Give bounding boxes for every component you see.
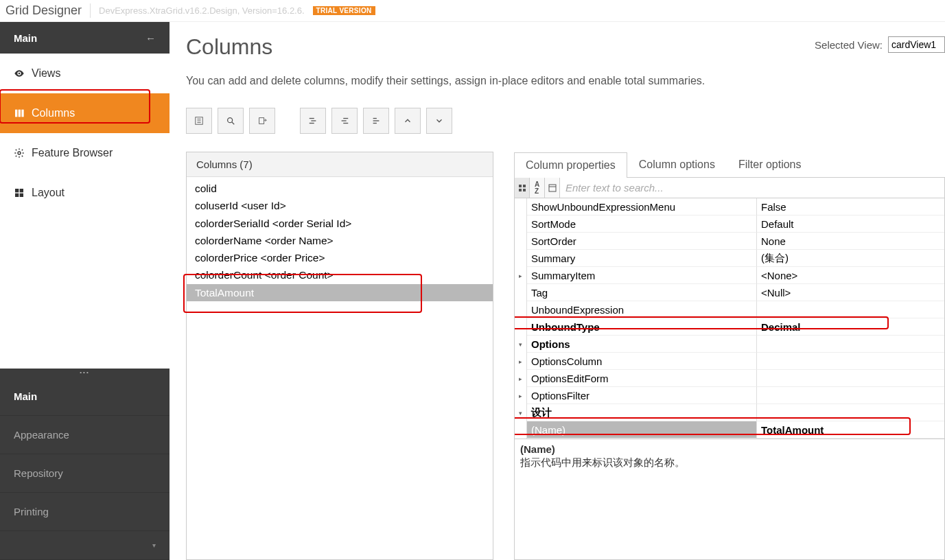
property-row[interactable]: ▾Options <box>515 336 944 353</box>
property-name: (Name) <box>527 421 757 439</box>
gutter <box>515 284 527 301</box>
column-row[interactable]: coluserId <user Id> <box>187 197 493 214</box>
sidebar-tab-expand[interactable]: ▾ <box>0 531 170 560</box>
property-name: OptionsEditForm <box>527 370 757 387</box>
add-column-button[interactable] <box>186 108 212 134</box>
property-value[interactable] <box>757 336 944 353</box>
sidebar-divider[interactable]: ••• <box>0 369 170 377</box>
gutter <box>515 301 527 318</box>
gutter <box>515 233 527 250</box>
version-text: DevExpress.XtraGrid.v16.2.Design, Versio… <box>91 5 305 16</box>
property-search-input[interactable] <box>560 178 944 198</box>
column-row[interactable]: colorderName <order Name> <box>187 232 493 249</box>
column-row[interactable]: colid <box>187 180 493 197</box>
sidebar-item-label: Views <box>32 67 60 80</box>
tab-column-options[interactable]: Column options <box>627 152 727 177</box>
indent-left-button[interactable] <box>300 108 326 134</box>
reorder-button[interactable] <box>363 108 389 134</box>
column-row[interactable]: colorderCount <order Count> <box>187 266 493 283</box>
expand-icon[interactable]: ▸ <box>515 387 527 404</box>
property-row[interactable]: ▸OptionsFilter <box>515 387 944 404</box>
categorized-view-button[interactable] <box>515 178 530 198</box>
property-row[interactable]: UnboundTypeDecimal <box>515 318 944 336</box>
move-down-button[interactable] <box>426 108 452 134</box>
property-value[interactable]: False <box>757 198 944 215</box>
sidebar-item-views[interactable]: Views <box>0 54 170 93</box>
svg-rect-27 <box>519 189 522 191</box>
selected-view-input[interactable] <box>888 36 945 53</box>
svg-point-0 <box>19 73 21 75</box>
property-value[interactable] <box>757 370 944 387</box>
property-value[interactable]: (集合) <box>757 250 944 267</box>
expand-icon[interactable]: ▸ <box>515 353 527 370</box>
property-row[interactable]: ▸SummaryItem<None> <box>515 267 944 284</box>
sidebar-item-feature-browser[interactable]: Feature Browser <box>0 133 170 173</box>
sidebar-head[interactable]: Main ← <box>0 22 170 54</box>
columns-list-body: colid coluserId <user Id> colorderSerial… <box>187 177 493 304</box>
property-name: Summary <box>527 250 757 267</box>
property-row[interactable]: SortModeDefault <box>515 215 944 233</box>
column-row-selected[interactable]: TotalAmount <box>187 284 493 301</box>
column-row[interactable]: colorderSerialId <order Serial Id> <box>187 215 493 232</box>
remove-column-button[interactable] <box>249 108 275 134</box>
move-up-button[interactable] <box>395 108 421 134</box>
property-row[interactable]: (Name)TotalAmount <box>515 421 944 439</box>
property-pages-button[interactable] <box>545 178 560 198</box>
property-value[interactable]: <Null> <box>757 284 944 301</box>
svg-rect-8 <box>20 194 23 197</box>
collapse-icon[interactable]: ▾ <box>515 404 527 421</box>
property-value[interactable]: None <box>757 233 944 250</box>
sidebar-bottom: Main Appearance Repository Printing ▾ <box>0 377 170 560</box>
property-row[interactable]: UnboundExpression <box>515 301 944 318</box>
sidebar-tab-main[interactable]: Main <box>0 377 170 416</box>
property-value[interactable]: TotalAmount <box>757 421 944 439</box>
description-text: 指示代码中用来标识该对象的名称。 <box>520 456 939 469</box>
property-value[interactable] <box>757 387 944 404</box>
sidebar-item-columns[interactable]: Columns <box>0 93 170 133</box>
sidebar-item-label: Columns <box>32 107 75 119</box>
retrieve-fields-button[interactable] <box>218 108 244 134</box>
property-name: UnboundType <box>527 318 757 336</box>
property-value[interactable] <box>757 301 944 318</box>
back-arrow-icon[interactable]: ← <box>145 32 156 44</box>
toolbar <box>186 108 945 134</box>
property-row[interactable]: Tag<Null> <box>515 284 944 301</box>
property-row[interactable]: ▾设计 <box>515 404 944 421</box>
property-row[interactable]: ShowUnboundExpressionMenuFalse <box>515 198 944 215</box>
property-row[interactable]: Summary(集合) <box>515 250 944 267</box>
app-title: Grid Designer <box>5 3 91 18</box>
property-value[interactable]: <None> <box>757 267 944 284</box>
property-name: Options <box>527 336 757 353</box>
tab-column-properties[interactable]: Column properties <box>514 152 627 178</box>
svg-rect-25 <box>519 185 522 187</box>
property-row[interactable]: SortOrderNone <box>515 233 944 250</box>
sidebar-item-layout[interactable]: Layout <box>0 173 170 213</box>
trial-badge: TRIAL VERSION <box>313 6 375 15</box>
sidebar-item-label: Layout <box>32 187 65 199</box>
property-value[interactable] <box>757 353 944 370</box>
sidebar-tab-appearance[interactable]: Appearance <box>0 416 170 454</box>
expand-icon[interactable]: ▸ <box>515 370 527 387</box>
sidebar-tab-repository[interactable]: Repository <box>0 454 170 493</box>
collapse-icon[interactable]: ▾ <box>515 336 527 353</box>
property-name: SummaryItem <box>527 267 757 284</box>
svg-rect-6 <box>20 189 23 192</box>
gutter <box>515 215 527 233</box>
svg-rect-29 <box>549 185 556 191</box>
property-value[interactable]: Default <box>757 215 944 233</box>
indent-right-button[interactable] <box>331 108 358 134</box>
property-value[interactable] <box>757 404 944 421</box>
tab-filter-options[interactable]: Filter options <box>727 152 813 177</box>
property-panel: Column properties Column options Filter … <box>514 152 945 560</box>
sidebar-tab-printing[interactable]: Printing <box>0 493 170 531</box>
column-row[interactable]: colorderPrice <order Price> <box>187 249 493 266</box>
property-row[interactable]: ▸OptionsEditForm <box>515 370 944 387</box>
svg-rect-28 <box>523 189 526 191</box>
expand-icon[interactable]: ▸ <box>515 267 527 284</box>
property-row[interactable]: ▸OptionsColumn <box>515 353 944 370</box>
main-area: Columns Selected View: You can add and d… <box>170 22 945 560</box>
alphabetical-view-button[interactable]: AZ <box>530 178 545 198</box>
page-subtitle: You can add and delete columns, modify t… <box>186 75 945 87</box>
page-title: Columns <box>186 34 272 60</box>
property-value[interactable]: Decimal <box>757 318 944 336</box>
